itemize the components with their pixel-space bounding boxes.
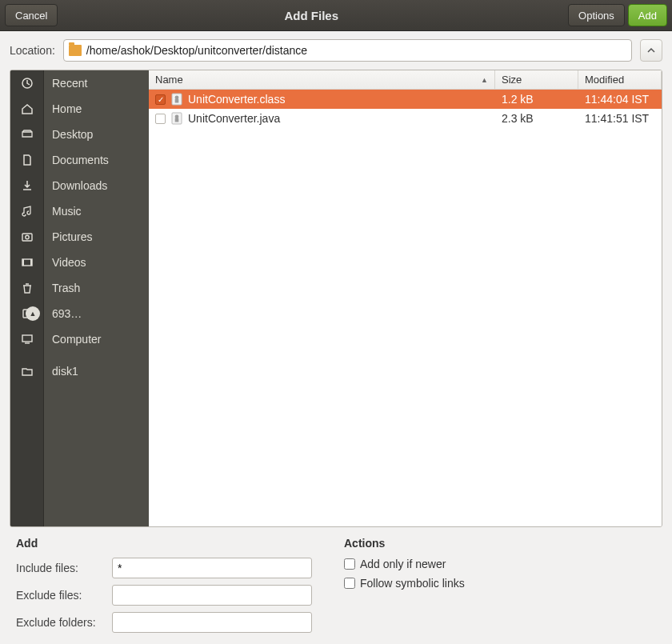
sidebar-icon-videos[interactable] — [10, 250, 43, 275]
row-checkbox[interactable]: ✓ — [155, 94, 166, 105]
sidebar-item-documents[interactable]: Documents — [44, 147, 149, 173]
file-name: UnitConverter.java — [188, 112, 280, 125]
sidebar-item-home[interactable]: Home — [44, 96, 149, 122]
exclude-files-label: Exclude files: — [16, 589, 106, 602]
column-header-size[interactable]: Size — [495, 70, 578, 89]
location-row: Location: /home/ashok/Desktop/unitconver… — [0, 31, 672, 70]
path-toggle-button[interactable] — [640, 39, 662, 62]
sidebar-item-volume[interactable]: 693… — [44, 301, 149, 326]
sidebar-item-pictures[interactable]: Pictures — [44, 224, 149, 250]
svg-point-2 — [25, 235, 28, 238]
follow-symlinks-label: Follow symbolic links — [360, 577, 465, 590]
places-icon-column: ▲ — [10, 70, 44, 526]
add-filters-section: Add Include files: Exclude files: Exclud… — [16, 537, 312, 633]
titlebar: Cancel Add Files Options Add — [0, 0, 672, 31]
exclude-folders-label: Exclude folders: — [16, 616, 106, 629]
follow-symlinks-checkbox[interactable] — [344, 578, 355, 589]
actions-section: Actions Add only if newer Follow symboli… — [344, 537, 465, 633]
places-sidebar: ▲ Recent Home Desktop Documents Download… — [10, 70, 149, 526]
location-label: Location: — [10, 44, 55, 57]
sidebar-icon-computer[interactable] — [10, 326, 43, 352]
file-list-header: Name ▲ Size Modified — [149, 70, 662, 90]
file-size: 2.3 kB — [495, 112, 578, 125]
places-label-column: Recent Home Desktop Documents Downloads … — [44, 70, 149, 526]
svg-point-12 — [175, 115, 179, 119]
sidebar-icon-volume[interactable]: ▲ — [10, 301, 43, 326]
file-modified: 11:41:51 IST — [578, 112, 662, 125]
sidebar-icon-disk1[interactable] — [10, 358, 43, 384]
sidebar-item-music[interactable]: Music — [44, 198, 149, 224]
location-field[interactable]: /home/ashok/Desktop/unitconverter/distan… — [63, 39, 632, 62]
add-only-if-newer-checkbox[interactable] — [344, 558, 355, 570]
file-modified: 11:44:04 IST — [578, 93, 662, 106]
eject-icon[interactable]: ▲ — [26, 306, 40, 321]
sidebar-item-recent[interactable]: Recent — [44, 70, 149, 96]
svg-rect-1 — [22, 234, 32, 241]
add-button[interactable]: Add — [628, 4, 667, 26]
file-list: Name ▲ Size Modified ✓ UnitConverter.cla… — [149, 70, 662, 526]
add-section-header: Add — [16, 537, 312, 550]
add-only-if-newer-label: Add only if newer — [360, 558, 446, 570]
file-name: UnitConverter.class — [188, 93, 285, 106]
sidebar-icon-desktop[interactable] — [10, 122, 43, 147]
sidebar-icon-recent[interactable] — [10, 70, 43, 96]
location-path: /home/ashok/Desktop/unitconverter/distan… — [86, 44, 307, 57]
chevron-up-icon — [646, 46, 656, 55]
bottom-panel: Add Include files: Exclude files: Exclud… — [0, 537, 672, 644]
file-type-icon — [170, 93, 183, 106]
exclude-files-input[interactable] — [112, 585, 312, 606]
row-checkbox[interactable] — [155, 114, 166, 124]
column-header-name-label: Name — [155, 74, 183, 86]
sort-ascending-icon: ▲ — [481, 76, 488, 84]
sidebar-icon-music[interactable] — [10, 198, 43, 224]
file-type-icon — [170, 112, 183, 125]
options-button[interactable]: Options — [568, 4, 625, 26]
folder-icon — [69, 45, 82, 56]
sidebar-item-trash[interactable]: Trash — [44, 275, 149, 301]
svg-rect-4 — [22, 259, 24, 266]
sidebar-icon-downloads[interactable] — [10, 173, 43, 198]
column-header-name[interactable]: Name ▲ — [149, 70, 495, 89]
sidebar-item-desktop[interactable]: Desktop — [44, 122, 149, 147]
column-header-modified[interactable]: Modified — [578, 70, 662, 89]
sidebar-item-videos[interactable]: Videos — [44, 250, 149, 275]
sidebar-icon-trash[interactable] — [10, 275, 43, 301]
include-files-label: Include files: — [16, 562, 106, 574]
sidebar-item-disk1[interactable]: disk1 — [44, 358, 149, 384]
sidebar-icon-documents[interactable] — [10, 147, 43, 173]
sidebar-item-computer[interactable]: Computer — [44, 326, 149, 352]
sidebar-icon-home[interactable] — [10, 96, 43, 122]
actions-section-header: Actions — [344, 537, 465, 550]
cancel-button[interactable]: Cancel — [5, 4, 58, 26]
sidebar-icon-pictures[interactable] — [10, 224, 43, 250]
svg-point-10 — [175, 96, 179, 100]
file-row[interactable]: UnitConverter.java 2.3 kB 11:41:51 IST — [149, 109, 662, 128]
exclude-folders-input[interactable] — [112, 612, 312, 633]
file-row[interactable]: ✓ UnitConverter.class 1.2 kB 11:44:04 IS… — [149, 90, 662, 109]
window-title: Add Files — [58, 9, 565, 22]
svg-rect-8 — [22, 335, 32, 342]
svg-rect-5 — [30, 259, 32, 266]
file-size: 1.2 kB — [495, 93, 578, 106]
sidebar-item-downloads[interactable]: Downloads — [44, 173, 149, 198]
include-files-input[interactable] — [112, 558, 312, 578]
file-chooser: ▲ Recent Home Desktop Documents Download… — [10, 70, 662, 527]
